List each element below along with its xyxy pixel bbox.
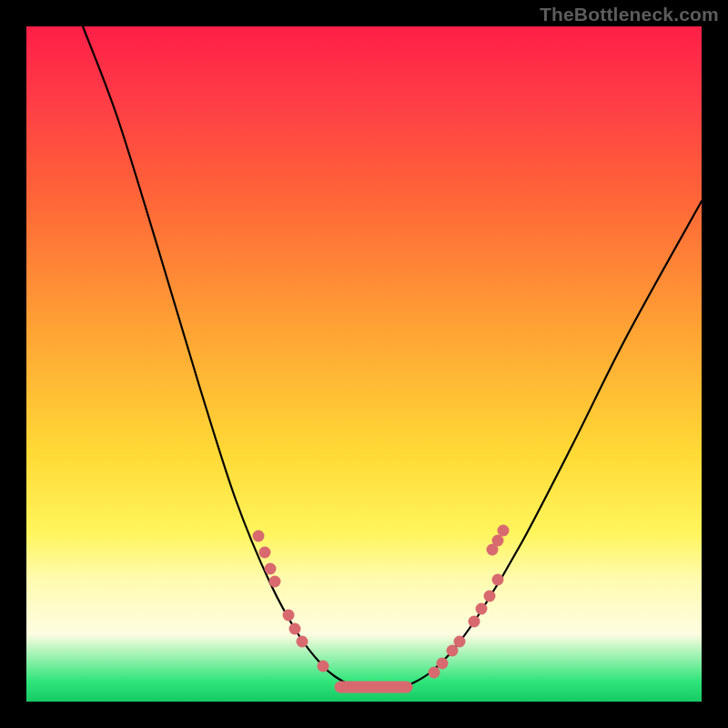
data-point bbox=[253, 531, 265, 542]
data-point bbox=[476, 603, 488, 615]
data-point bbox=[469, 616, 480, 628]
data-point bbox=[259, 547, 271, 559]
watermark-text: TheBottleneck.com bbox=[540, 4, 719, 25]
scatter-left bbox=[253, 531, 329, 672]
bottleneck-chart bbox=[26, 26, 702, 702]
data-point bbox=[437, 658, 449, 670]
data-point bbox=[492, 535, 504, 547]
data-point bbox=[492, 574, 504, 586]
data-point bbox=[269, 576, 281, 588]
scatter-right bbox=[429, 525, 510, 679]
data-point bbox=[265, 563, 277, 575]
data-point bbox=[283, 610, 295, 622]
data-point bbox=[498, 525, 510, 537]
data-point bbox=[297, 636, 308, 648]
data-point bbox=[484, 591, 496, 602]
bottleneck-curve bbox=[83, 26, 702, 688]
data-point bbox=[429, 667, 440, 679]
data-point bbox=[454, 636, 466, 648]
data-point bbox=[318, 661, 329, 672]
data-point bbox=[289, 623, 301, 635]
